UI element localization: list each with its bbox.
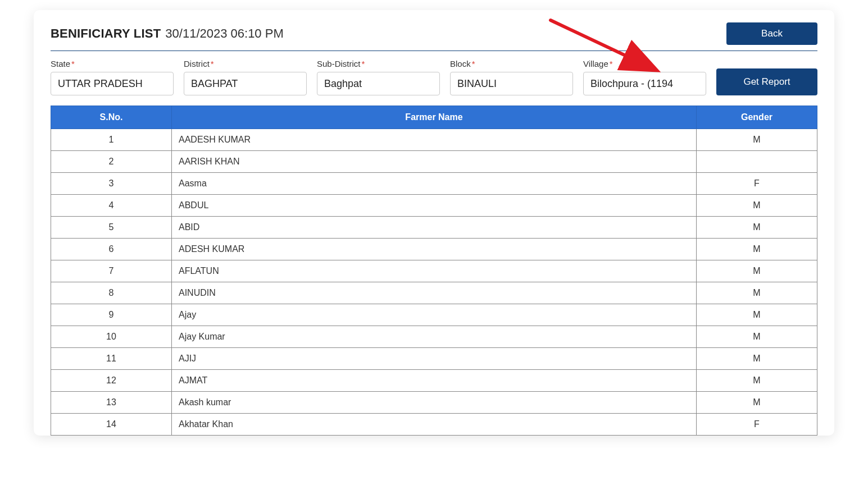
cell-sno: 4 [51, 195, 172, 217]
village-field: Village* [583, 59, 706, 95]
cell-sno: 3 [51, 173, 172, 195]
cell-gender: M [697, 370, 817, 392]
beneficiary-list-card: BENIFICIARY LIST 30/11/2023 06:10 PM Bac… [34, 10, 834, 436]
cell-sno: 9 [51, 304, 172, 326]
cell-farmer-name: AFLATUN [172, 260, 697, 282]
cell-sno: 12 [51, 370, 172, 392]
cell-gender: M [697, 239, 817, 260]
table-row: 6ADESH KUMARM [51, 239, 817, 260]
block-input[interactable] [450, 72, 573, 95]
cell-sno: 11 [51, 348, 172, 370]
table-row: 8AINUDINM [51, 282, 817, 304]
cell-sno: 5 [51, 217, 172, 239]
col-header-name: Farmer Name [172, 106, 697, 129]
sub-district-input[interactable] [317, 72, 440, 95]
cell-farmer-name: Ajay [172, 304, 697, 326]
table-row: 11AJIJM [51, 348, 817, 370]
district-field: District* [184, 59, 307, 95]
table-row: 10Ajay KumarM [51, 326, 817, 348]
table-row: 1AADESH KUMARM [51, 129, 817, 151]
table-header: S.No. Farmer Name Gender [51, 106, 817, 129]
cell-sno: 6 [51, 239, 172, 260]
cell-sno: 10 [51, 326, 172, 348]
cell-sno: 14 [51, 414, 172, 436]
page-title: BENIFICIARY LIST 30/11/2023 06:10 PM [51, 26, 284, 41]
cell-gender: M [697, 326, 817, 348]
table-row: 14Akhatar KhanF [51, 414, 817, 436]
required-asterisk: * [211, 59, 214, 68]
cell-farmer-name: AARISH KHAN [172, 151, 697, 173]
cell-gender: F [697, 173, 817, 195]
table-row: 2AARISH KHAN [51, 151, 817, 173]
cell-gender [697, 151, 817, 173]
header-row: BENIFICIARY LIST 30/11/2023 06:10 PM Bac… [51, 22, 817, 51]
back-button[interactable]: Back [726, 22, 817, 45]
cell-farmer-name: ABID [172, 217, 697, 239]
cell-farmer-name: Aasma [172, 173, 697, 195]
cell-farmer-name: Ajay Kumar [172, 326, 697, 348]
table-row: 9AjayM [51, 304, 817, 326]
district-input[interactable] [184, 72, 307, 95]
cell-farmer-name: AJMAT [172, 370, 697, 392]
required-asterisk: * [71, 59, 75, 68]
district-label: District* [184, 59, 307, 68]
table-row: 13Akash kumarM [51, 392, 817, 414]
cell-gender: M [697, 304, 817, 326]
cell-farmer-name: AADESH KUMAR [172, 129, 697, 151]
col-header-gender: Gender [697, 106, 817, 129]
cell-sno: 1 [51, 129, 172, 151]
table-row: 4ABDULM [51, 195, 817, 217]
state-field: State* [51, 59, 174, 95]
cell-sno: 2 [51, 151, 172, 173]
table-body: 1AADESH KUMARM2AARISH KHAN3AasmaF4ABDULM… [51, 129, 817, 436]
cell-sno: 13 [51, 392, 172, 414]
village-label: Village* [583, 59, 706, 68]
get-report-button[interactable]: Get Report [716, 68, 817, 95]
page-title-timestamp: 30/11/2023 06:10 PM [165, 26, 283, 41]
state-label: State* [51, 59, 174, 68]
cell-gender: M [697, 348, 817, 370]
block-label: Block* [450, 59, 573, 68]
cell-gender: M [697, 260, 817, 282]
table-row: 5ABIDM [51, 217, 817, 239]
cell-sno: 8 [51, 282, 172, 304]
cell-gender: F [697, 414, 817, 436]
sub-district-label: Sub-District* [317, 59, 440, 68]
village-input[interactable] [583, 72, 706, 95]
cell-farmer-name: ADESH KUMAR [172, 239, 697, 260]
col-header-sno: S.No. [51, 106, 172, 129]
beneficiary-table: S.No. Farmer Name Gender 1AADESH KUMARM2… [51, 106, 817, 436]
table-row: 7AFLATUNM [51, 260, 817, 282]
cell-farmer-name: AJIJ [172, 348, 697, 370]
cell-farmer-name: Akhatar Khan [172, 414, 697, 436]
cell-gender: M [697, 129, 817, 151]
table-row: 12AJMATM [51, 370, 817, 392]
cell-gender: M [697, 217, 817, 239]
filter-bar: State* District* Sub-District* Block* Vi… [51, 59, 817, 95]
cell-gender: M [697, 282, 817, 304]
cell-farmer-name: ABDUL [172, 195, 697, 217]
cell-gender: M [697, 195, 817, 217]
cell-gender: M [697, 392, 817, 414]
required-asterisk: * [610, 59, 613, 68]
state-input[interactable] [51, 72, 174, 95]
sub-district-field: Sub-District* [317, 59, 440, 95]
cell-farmer-name: AINUDIN [172, 282, 697, 304]
cell-sno: 7 [51, 260, 172, 282]
page-title-text: BENIFICIARY LIST [51, 26, 161, 41]
cell-farmer-name: Akash kumar [172, 392, 697, 414]
block-field: Block* [450, 59, 573, 95]
table-row: 3AasmaF [51, 173, 817, 195]
required-asterisk: * [472, 59, 475, 68]
required-asterisk: * [362, 59, 365, 68]
